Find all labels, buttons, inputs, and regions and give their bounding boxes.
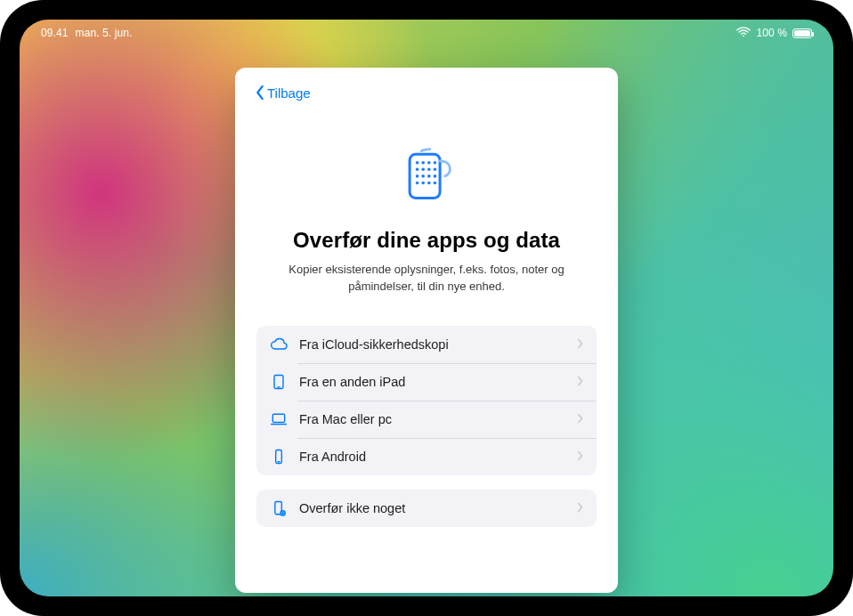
option-transfer-nothing[interactable]: Overfør ikke noget [256, 490, 597, 527]
page-title: Overfør dine apps og data [293, 228, 560, 253]
svg-rect-20 [272, 414, 284, 422]
option-icloud-backup[interactable]: Fra iCloud-sikkerhedskopi [256, 326, 597, 363]
transfer-modal: Tilbage [235, 68, 618, 593]
chevron-right-icon [577, 500, 584, 516]
battery-pct: 100 % [756, 27, 787, 39]
option-android[interactable]: Fra Android [256, 438, 597, 475]
svg-point-13 [434, 174, 437, 178]
phone-icon [269, 448, 288, 466]
wifi-icon [736, 27, 751, 40]
battery-icon [792, 28, 812, 38]
svg-point-10 [416, 174, 419, 178]
cloud-icon [269, 336, 288, 353]
chevron-left-icon [255, 85, 265, 101]
option-label: Overfør ikke noget [299, 501, 577, 515]
chevron-right-icon [577, 411, 584, 427]
svg-point-11 [421, 174, 425, 178]
svg-point-14 [416, 182, 419, 185]
status-time: 09.41 [41, 27, 69, 39]
svg-point-3 [421, 161, 425, 165]
svg-point-6 [416, 168, 419, 172]
back-button[interactable]: Tilbage [251, 83, 314, 102]
laptop-icon [269, 410, 288, 428]
skip-option-group: Overfør ikke noget [256, 490, 597, 527]
svg-point-9 [434, 168, 437, 172]
status-date: man. 5. jun. [76, 27, 133, 39]
svg-point-4 [427, 161, 431, 165]
option-label: Fra Android [299, 450, 577, 464]
svg-point-12 [427, 174, 431, 178]
device-frame: 09.41 man. 5. jun. 100 % [0, 0, 853, 616]
svg-point-2 [416, 161, 419, 165]
svg-point-7 [421, 168, 425, 172]
option-label: Fra en anden iPad [299, 375, 577, 389]
status-bar: 09.41 man. 5. jun. 100 % [20, 20, 833, 43]
ipad-icon [269, 373, 288, 391]
svg-point-15 [421, 182, 425, 185]
transfer-options-list: Fra iCloud-sikkerhedskopi Fra en anden i… [256, 326, 597, 475]
option-another-ipad[interactable]: Fra en anden iPad [256, 363, 597, 401]
svg-point-8 [427, 168, 431, 172]
screen: 09.41 man. 5. jun. 100 % [20, 20, 833, 596]
svg-point-5 [434, 161, 437, 165]
chevron-right-icon [577, 449, 584, 465]
device-plus-icon [269, 499, 288, 517]
page-subtitle: Kopier eksisterende oplysninger, f.eks. … [275, 262, 578, 296]
svg-point-0 [743, 35, 745, 36]
svg-point-16 [427, 182, 431, 185]
option-label: Fra Mac eller pc [299, 412, 577, 426]
chevron-right-icon [577, 336, 584, 353]
chevron-right-icon [577, 374, 584, 390]
svg-point-17 [434, 182, 437, 185]
option-mac-pc[interactable]: Fra Mac eller pc [256, 401, 597, 438]
back-label: Tilbage [267, 85, 311, 101]
transfer-hero-icon [396, 144, 457, 208]
option-label: Fra iCloud-sikkerhedskopi [299, 337, 577, 352]
